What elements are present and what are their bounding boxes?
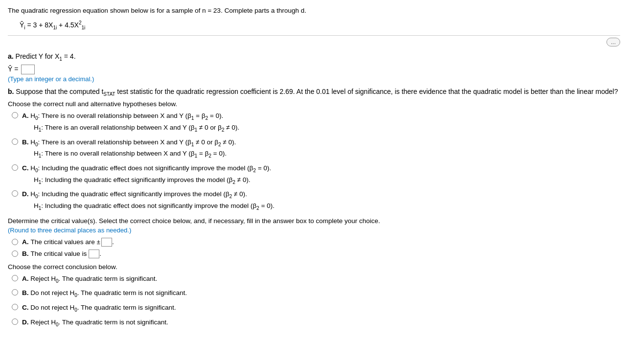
critical-option-a: A. The critical values are ± . [12, 238, 620, 247]
part-b-text: Suppose that the computed tSTAT test sta… [16, 88, 618, 95]
hypothesis-option-a: A. H0: There is no overall relationship … [12, 111, 620, 134]
hypotheses-label: Choose the correct null and alternative … [8, 100, 620, 108]
conclusion-content-d: D. Reject H0. The quadratic term is not … [22, 317, 168, 329]
part-b-question: b. Suppose that the computed tSTAT test … [8, 88, 620, 97]
ellipsis-button[interactable]: ... [606, 38, 620, 46]
y-hat-prefix: Ŷ = [8, 65, 20, 72]
critical-a-period: . [112, 238, 114, 246]
critical-radio-b[interactable] [12, 250, 18, 257]
critical-b-period: . [99, 250, 101, 257]
part-b-section: b. Suppose that the computed tSTAT test … [8, 88, 620, 329]
hypothesis-option-c: C. H0: Including the quadratic effect do… [12, 163, 620, 186]
critical-hint: (Round to three decimal places as needed… [8, 227, 620, 234]
conclusion-radio-a[interactable] [12, 275, 18, 281]
hypothesis-d-h1: H1: Including the quadratic effect does … [34, 201, 275, 212]
critical-radio-a[interactable] [12, 239, 18, 245]
conclusion-option-b: B. Do not reject H0. The quadratic term … [12, 288, 620, 299]
conclusion-options: A. Reject H0. The quadratic term is sign… [12, 273, 620, 329]
conclusion-radio-d[interactable] [12, 318, 18, 325]
conclusion-option-a: A. Reject H0. The quadratic term is sign… [12, 273, 620, 285]
critical-intro: Determine the critical value(s). Select … [8, 217, 620, 225]
critical-b-text: The critical value is [31, 250, 87, 257]
part-a-input[interactable] [21, 65, 35, 74]
critical-a-letter: A. [22, 238, 29, 246]
hypothesis-radio-d[interactable] [12, 190, 18, 197]
hypothesis-c-h1: H1: Including the quadratic effect signi… [34, 175, 271, 186]
part-a-text: Predict Y for X1 = 4. [16, 52, 76, 60]
critical-b-letter: B. [22, 250, 29, 257]
hypothesis-b-h1: H1: There is no overall relationship bet… [34, 148, 236, 160]
hypothesis-option-b: B. H0: There is an overall relationship … [12, 137, 620, 160]
hypothesis-content-b: B. H0: There is an overall relationship … [22, 137, 236, 160]
equation: Ŷi = 3 + 8X1i + 4.5X21i [20, 19, 620, 32]
hypothesis-content-d: D. H0: Including the quadratic effect si… [22, 189, 275, 212]
conclusion-content-a: A. Reject H0. The quadratic term is sign… [22, 273, 157, 285]
conclusion-content-c: C. Do not reject H0. The quadratic term … [22, 302, 176, 314]
hypothesis-radio-b[interactable] [12, 138, 18, 145]
divider-row: ... [8, 35, 620, 48]
critical-a-input[interactable] [101, 238, 112, 247]
conclusion-radio-c[interactable] [12, 304, 18, 310]
part-b-label: b. [8, 88, 14, 95]
part-a-label: a. [8, 52, 14, 60]
part-a-section: a. Predict Y for X1 = 4. Ŷ = (Type an in… [8, 52, 620, 83]
critical-a-text: The critical values are ± [31, 238, 100, 246]
hypothesis-content-a: A. H0: There is no overall relationship … [22, 111, 239, 134]
hypothesis-content-c: C. H0: Including the quadratic effect do… [22, 163, 271, 186]
hypothesis-a-h1: H1: There is an overall relationship bet… [34, 122, 239, 134]
hypothesis-options: A. H0: There is no overall relationship … [12, 111, 620, 212]
conclusion-content-b: B. Do not reject H0. The quadratic term … [22, 288, 187, 299]
header-intro: The quadratic regression equation shown … [8, 6, 620, 16]
part-a-question: a. Predict Y for X1 = 4. [8, 52, 620, 62]
part-a-hint: (Type an integer or a decimal.) [8, 75, 620, 83]
critical-b-input[interactable] [89, 250, 99, 258]
through-word: through [277, 7, 299, 14]
hypothesis-option-d: D. H0: Including the quadratic effect si… [12, 189, 620, 212]
conclusion-option-c: C. Do not reject H0. The quadratic term … [12, 302, 620, 314]
critical-option-b: B. The critical value is . [12, 250, 620, 258]
critical-options: A. The critical values are ± . B. The cr… [12, 238, 620, 258]
conclusion-option-d: D. Reject H0. The quadratic term is not … [12, 317, 620, 329]
part-a-answer-line: Ŷ = [8, 65, 620, 74]
conclusion-radio-b[interactable] [12, 289, 18, 296]
hypothesis-radio-a[interactable] [12, 112, 18, 118]
hypothesis-radio-c[interactable] [12, 164, 18, 171]
conclusion-label: Choose the correct conclusion below. [8, 263, 620, 271]
